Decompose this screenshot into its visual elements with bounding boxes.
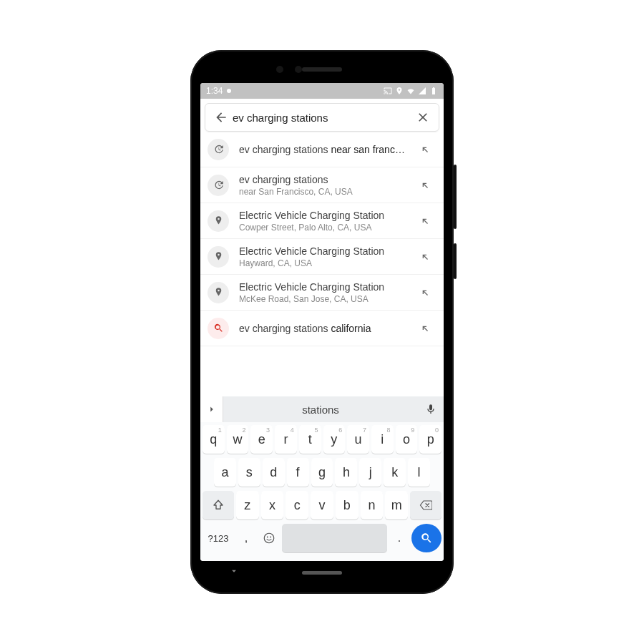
front-camera — [276, 66, 283, 73]
keyboard-row-3: zxcvbnm — [203, 491, 441, 519]
arrow-left-icon — [214, 110, 228, 125]
suggestion-title: Electric Vehicle Charging Station — [239, 210, 415, 221]
suggestion-text: ev charging stations near san franc… — [239, 144, 415, 155]
suggestion-title: ev charging stations near san franc… — [239, 144, 415, 155]
key-h[interactable]: h — [335, 458, 357, 487]
suggestion-text: Electric Vehicle Charging StationHayward… — [239, 245, 415, 268]
key-y[interactable]: y6 — [323, 425, 346, 454]
suggestion-text: Electric Vehicle Charging StationCowper … — [239, 210, 415, 233]
suggestion-row[interactable]: Electric Vehicle Charging StationMcKee R… — [200, 275, 444, 311]
key-i[interactable]: i8 — [371, 425, 394, 454]
wifi-icon — [406, 87, 415, 95]
back-button[interactable] — [210, 106, 233, 129]
insert-suggestion-button[interactable] — [415, 144, 435, 155]
suggestion-subtitle: Hayward, CA, USA — [239, 258, 415, 268]
keyboard-row-1: q1w2e3r4t5y6u7i8o9p0 — [203, 425, 441, 454]
suggestions-list: ev charging stations near san franc…ev c… — [200, 132, 444, 396]
keyboard: q1w2e3r4t5y6u7i8o9p0 asdfghjkl zxcvbnm ?… — [200, 422, 444, 561]
history-icon — [208, 139, 229, 160]
key-m[interactable]: m — [385, 491, 408, 519]
backspace-icon — [419, 499, 432, 512]
keyboard-row-bottom: ?123 , . — [203, 524, 441, 552]
search-input[interactable] — [233, 112, 411, 124]
search-key[interactable] — [411, 524, 441, 552]
suggestion-title: Electric Vehicle Charging Station — [239, 281, 415, 293]
key-e[interactable]: e3 — [250, 425, 273, 454]
suggestion-row[interactable]: ev charging stations near san franc… — [200, 132, 444, 167]
key-z[interactable]: z — [236, 491, 259, 519]
nav-back-button[interactable] — [229, 566, 239, 579]
key-r[interactable]: r4 — [275, 425, 297, 454]
search-bar — [205, 103, 439, 132]
nav-home-pill[interactable] — [302, 571, 342, 575]
suggestion-row[interactable]: Electric Vehicle Charging StationHayward… — [200, 239, 444, 275]
shift-key[interactable] — [203, 491, 234, 519]
backspace-key[interactable] — [410, 491, 441, 519]
emoji-key[interactable] — [258, 524, 280, 552]
voice-input-button[interactable] — [418, 404, 444, 415]
power-button — [454, 243, 457, 279]
insert-suggestion-button[interactable] — [415, 215, 435, 227]
key-o[interactable]: o9 — [396, 425, 418, 454]
pin-icon — [208, 210, 229, 232]
keyboard-suggestion-strip: stations — [200, 396, 444, 422]
comma-key[interactable]: , — [236, 524, 256, 552]
key-t[interactable]: t5 — [299, 425, 321, 454]
status-time: 1:34 — [206, 86, 223, 96]
insert-suggestion-button[interactable] — [415, 180, 435, 191]
suggestion-title: ev charging stations — [239, 174, 415, 185]
key-n[interactable]: n — [361, 491, 384, 519]
suggestion-subtitle: Cowper Street, Palo Alto, CA, USA — [239, 223, 415, 233]
key-j[interactable]: j — [359, 458, 381, 487]
microphone-icon — [425, 404, 436, 415]
svg-point-2 — [270, 537, 271, 538]
expand-suggestions-button[interactable] — [200, 396, 223, 422]
keyboard-suggestion-word[interactable]: stations — [223, 404, 418, 416]
suggestion-text: ev charging stations california — [239, 323, 415, 334]
svg-point-1 — [267, 537, 268, 538]
period-key[interactable]: . — [389, 524, 409, 552]
key-b[interactable]: b — [336, 491, 358, 519]
key-d[interactable]: d — [263, 458, 285, 487]
close-icon — [416, 110, 430, 125]
suggestion-row[interactable]: Electric Vehicle Charging StationCowper … — [200, 203, 444, 239]
key-f[interactable]: f — [287, 458, 309, 487]
suggestion-text: Electric Vehicle Charging StationMcKee R… — [239, 281, 415, 304]
battery-icon — [429, 87, 438, 95]
key-x[interactable]: x — [261, 491, 284, 519]
key-l[interactable]: l — [408, 458, 430, 487]
symbols-key[interactable]: ?123 — [203, 524, 234, 552]
status-bar: 1:34 — [200, 83, 444, 99]
insert-suggestion-button[interactable] — [415, 323, 435, 334]
search-icon — [208, 318, 229, 339]
location-icon — [395, 87, 404, 95]
speaker-grille — [302, 67, 342, 72]
key-q[interactable]: q1 — [203, 425, 225, 454]
key-s[interactable]: s — [238, 458, 260, 487]
clear-button[interactable] — [411, 106, 434, 129]
cast-icon — [384, 87, 392, 95]
space-key[interactable] — [282, 524, 387, 552]
chevron-down-icon — [229, 566, 239, 576]
search-icon — [420, 532, 433, 545]
suggestion-text: ev charging stationsnear San Francisco, … — [239, 174, 415, 197]
key-c[interactable]: c — [286, 491, 308, 519]
key-v[interactable]: v — [311, 491, 333, 519]
phone-frame: 1:34 ev charg — [190, 50, 454, 594]
front-sensor — [295, 66, 302, 73]
insert-suggestion-button[interactable] — [415, 251, 435, 263]
suggestion-row[interactable]: ev charging stations california — [200, 311, 444, 346]
key-a[interactable]: a — [214, 458, 236, 487]
status-icons — [384, 87, 438, 95]
key-g[interactable]: g — [311, 458, 333, 487]
history-icon — [208, 175, 229, 196]
suggestion-subtitle: near San Francisco, CA, USA — [239, 187, 415, 197]
key-w[interactable]: w2 — [227, 425, 249, 454]
insert-suggestion-button[interactable] — [415, 287, 435, 298]
suggestion-row[interactable]: ev charging stationsnear San Francisco, … — [200, 167, 444, 203]
keyboard-row-2: asdfghjkl — [203, 458, 441, 487]
key-u[interactable]: u7 — [347, 425, 369, 454]
key-p[interactable]: p0 — [419, 425, 441, 454]
notification-dot-icon — [227, 89, 231, 93]
key-k[interactable]: k — [384, 458, 406, 487]
